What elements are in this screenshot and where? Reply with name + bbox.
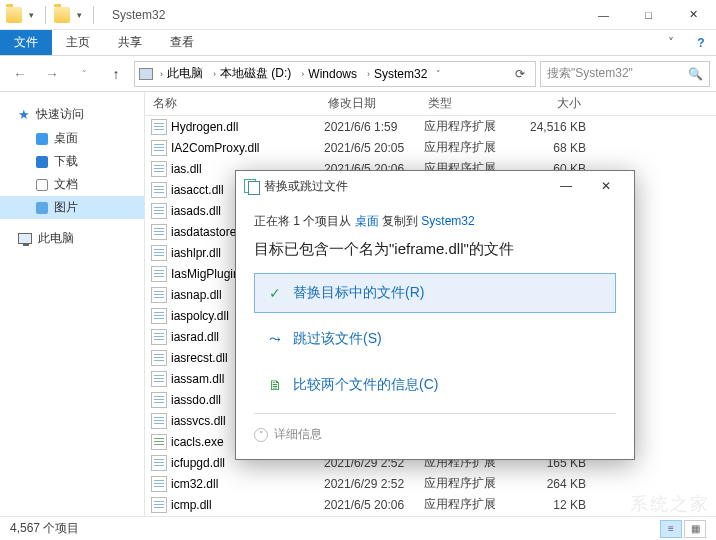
sidebar-item-label: 桌面 — [54, 130, 78, 147]
option-label: 比较两个文件的信息(C) — [293, 376, 438, 394]
tab-share[interactable]: 共享 — [104, 30, 156, 55]
file-name: icmp.dll — [171, 498, 324, 512]
file-icon — [151, 371, 167, 387]
table-row[interactable]: icmui.dll2021/6/5 20:05应用程序扩展48 KB — [145, 515, 716, 516]
ribbon: 文件 主页 共享 查看 ˅ ? — [0, 30, 716, 56]
minimize-button[interactable]: — — [581, 0, 626, 30]
chevron-right-icon[interactable]: › — [211, 69, 218, 79]
option-replace[interactable]: ✓ 替换目标中的文件(R) — [254, 273, 616, 313]
ribbon-expand-icon[interactable]: ˅ — [656, 30, 686, 55]
pc-icon — [139, 68, 153, 80]
details-toggle[interactable]: ˅ 详细信息 — [254, 426, 616, 443]
destination-link[interactable]: System32 — [421, 214, 474, 228]
column-type[interactable]: 类型 — [420, 95, 510, 112]
refresh-icon[interactable]: ⟳ — [509, 67, 531, 81]
file-icon — [151, 434, 167, 450]
title-bar: ▾ ▾ System32 — □ ✕ — [0, 0, 716, 30]
breadcrumb-segment[interactable]: 此电脑 — [167, 65, 203, 82]
file-icon — [151, 119, 167, 135]
breadcrumb-segment[interactable]: 本地磁盘 (D:) — [220, 65, 291, 82]
dialog-titlebar[interactable]: 替换或跳过文件 — ✕ — [236, 171, 634, 201]
file-icon — [151, 392, 167, 408]
file-icon — [151, 476, 167, 492]
navigation-bar: ← → ˅ ↑ ›此电脑 ›本地磁盘 (D:) ›Windows ›System… — [0, 56, 716, 92]
tab-file[interactable]: 文件 — [0, 30, 52, 55]
close-button[interactable]: ✕ — [671, 0, 716, 30]
forward-button[interactable]: → — [38, 61, 66, 87]
file-name: Hydrogen.dll — [171, 120, 324, 134]
table-row[interactable]: IA2ComProxy.dll2021/6/5 20:05应用程序扩展68 KB — [145, 137, 716, 158]
folder-icon — [6, 7, 22, 23]
compare-icon: 🗎 — [267, 377, 283, 393]
file-name: IA2ComProxy.dll — [171, 141, 324, 155]
view-details-button[interactable]: ≡ — [660, 520, 682, 538]
column-size[interactable]: 大小 — [510, 95, 590, 112]
sidebar-item-label: 文档 — [54, 176, 78, 193]
sidebar: ★ 快速访问 桌面 下载 文档 图片 此电脑 — [0, 92, 145, 516]
search-placeholder: 搜索"System32" — [547, 65, 633, 82]
sidebar-item-pictures[interactable]: 图片 — [0, 196, 144, 219]
status-bar: 4,567 个项目 ≡ ▦ — [0, 516, 716, 540]
download-icon — [36, 156, 48, 168]
file-icon — [151, 455, 167, 471]
tab-view[interactable]: 查看 — [156, 30, 208, 55]
view-thumbnails-button[interactable]: ▦ — [684, 520, 706, 538]
pc-icon — [18, 233, 32, 244]
file-icon — [151, 497, 167, 513]
search-input[interactable]: 搜索"System32" 🔍 — [540, 61, 710, 87]
breadcrumb-segment[interactable]: System32 — [374, 67, 427, 81]
address-dropdown-icon[interactable]: ˅ — [432, 69, 445, 79]
sidebar-item-documents[interactable]: 文档 — [0, 173, 144, 196]
address-bar[interactable]: ›此电脑 ›本地磁盘 (D:) ›Windows ›System32 ˅ ⟳ — [134, 61, 536, 87]
sidebar-item-downloads[interactable]: 下载 — [0, 150, 144, 173]
tab-home[interactable]: 主页 — [52, 30, 104, 55]
up-button[interactable]: ↑ — [102, 61, 130, 87]
folder-icon — [54, 7, 70, 23]
sidebar-item-desktop[interactable]: 桌面 — [0, 127, 144, 150]
dialog-heading: 目标已包含一个名为"ieframe.dll"的文件 — [254, 240, 616, 259]
dialog-minimize-button[interactable]: — — [546, 172, 586, 200]
replace-skip-dialog: 替换或跳过文件 — ✕ 正在将 1 个项目从 桌面 复制到 System32 目… — [235, 170, 635, 460]
divider — [45, 6, 46, 24]
sidebar-item-this-pc[interactable]: 此电脑 — [0, 227, 144, 250]
qat-dropdown-icon[interactable]: ▾ — [26, 10, 37, 20]
help-icon[interactable]: ? — [686, 30, 716, 55]
search-icon[interactable]: 🔍 — [688, 67, 703, 81]
sidebar-item-label: 此电脑 — [38, 230, 74, 247]
breadcrumb-segment[interactable]: Windows — [308, 67, 357, 81]
sidebar-label: 快速访问 — [36, 106, 84, 123]
dialog-close-button[interactable]: ✕ — [586, 172, 626, 200]
option-skip[interactable]: ⤳ 跳过该文件(S) — [254, 319, 616, 359]
file-icon — [151, 329, 167, 345]
file-size: 12 KB — [514, 498, 586, 512]
sidebar-quick-access[interactable]: ★ 快速访问 — [0, 102, 144, 127]
chevron-down-icon: ˅ — [254, 428, 268, 442]
column-name[interactable]: 名称 — [145, 95, 320, 112]
file-icon — [151, 266, 167, 282]
column-date[interactable]: 修改日期 — [320, 95, 420, 112]
source-link[interactable]: 桌面 — [355, 214, 379, 228]
file-icon — [151, 203, 167, 219]
document-icon — [36, 179, 48, 191]
sidebar-item-label: 下载 — [54, 153, 78, 170]
file-icon — [151, 245, 167, 261]
recent-locations-dropdown[interactable]: ˅ — [70, 61, 98, 87]
table-row[interactable]: icm32.dll2021/6/29 2:52应用程序扩展264 KB — [145, 473, 716, 494]
file-size: 24,516 KB — [514, 120, 586, 134]
chevron-right-icon[interactable]: › — [365, 69, 372, 79]
table-row[interactable]: icmp.dll2021/6/5 20:06应用程序扩展12 KB — [145, 494, 716, 515]
details-label: 详细信息 — [274, 426, 322, 443]
chevron-right-icon[interactable]: › — [158, 69, 165, 79]
recent-dropdown-icon[interactable]: ▾ — [74, 10, 85, 20]
file-icon — [151, 350, 167, 366]
table-row[interactable]: Hydrogen.dll2021/6/6 1:59应用程序扩展24,516 KB — [145, 116, 716, 137]
file-type: 应用程序扩展 — [424, 139, 514, 156]
file-date: 2021/6/5 20:06 — [324, 498, 424, 512]
option-compare[interactable]: 🗎 比较两个文件的信息(C) — [254, 365, 616, 405]
file-icon — [151, 413, 167, 429]
maximize-button[interactable]: □ — [626, 0, 671, 30]
file-icon — [151, 182, 167, 198]
chevron-right-icon[interactable]: › — [299, 69, 306, 79]
back-button[interactable]: ← — [6, 61, 34, 87]
item-count: 4,567 个项目 — [10, 520, 79, 537]
